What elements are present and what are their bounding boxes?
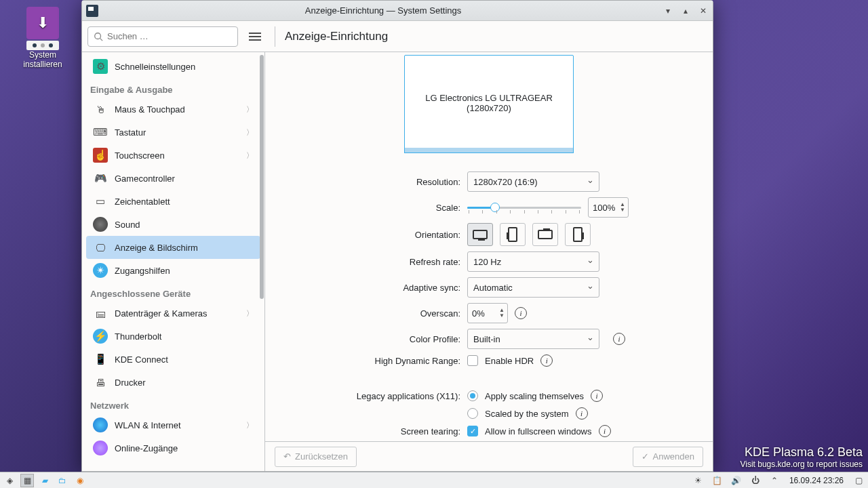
close-button[interactable]: ✕ (698, 5, 709, 16)
sidebar-item-display[interactable]: 🖵 Anzeige & Bildschirm (86, 236, 260, 259)
info-icon[interactable]: i (576, 407, 588, 420)
sidebar-item-disks[interactable]: 🖴 Datenträger & Kameras 〉 (86, 302, 260, 325)
search-input-wrap[interactable] (87, 26, 238, 47)
page-title: Anzeige-Einrichtung (285, 30, 388, 43)
sidebar-item-online[interactable]: Online-Zugänge (86, 436, 260, 460)
colorprofile-select[interactable]: Built-in (467, 329, 599, 349)
plasma-version-subtitle: Visit bugs.kde.org to report issues (740, 460, 863, 469)
sidebar-item-mouse[interactable]: 🖱 Maus & Touchpad 〉 (86, 98, 260, 121)
svg-line-1 (100, 38, 103, 41)
install-icon: ⬇ (26, 7, 59, 39)
scale-label: Scale: (279, 203, 460, 213)
hdr-check-label: Enable HDR (485, 356, 534, 366)
chevron-right-icon: 〉 (246, 150, 254, 161)
refresh-select[interactable]: 120 Hz (467, 251, 599, 272)
clock[interactable]: 16.09.24 23:26 (785, 476, 848, 485)
info-icon[interactable]: i (515, 307, 527, 319)
desktop-icon-install[interactable]: ⬇ System installieren (19, 7, 66, 69)
taskmgr-settings-icon[interactable]: ▦ (20, 474, 34, 487)
mouse-icon: 🖱 (93, 102, 108, 117)
colorprofile-label: Color Profile: (279, 334, 460, 344)
taskmgr-dolphin-icon[interactable]: ▰ (38, 474, 52, 487)
taskmgr-files-icon[interactable]: 🗀 (56, 474, 69, 487)
chevron-right-icon: 〉 (246, 127, 254, 138)
info-icon[interactable]: i (599, 425, 611, 437)
adaptive-select[interactable]: Automatic (467, 277, 599, 298)
check-icon: ✓ (642, 451, 649, 462)
refresh-label: Refresh rate: (279, 257, 460, 267)
legacy-label: Legacy applications (X11): (279, 391, 460, 401)
sidebar-item-touchscreen[interactable]: ☝ Touchscreen 〉 (86, 144, 260, 167)
orientation-landscape[interactable] (467, 223, 493, 246)
printer-icon: 🖶 (93, 375, 108, 390)
install-icon-bar (26, 41, 59, 50)
reset-button[interactable]: ↶Zurücksetzen (275, 447, 357, 467)
sidebar[interactable]: ⚙ Schnelleinstellungen Eingabe & Ausgabe… (82, 52, 265, 471)
info-icon[interactable]: i (591, 390, 603, 402)
desktop-icon-label2: installieren (23, 60, 62, 69)
sidebar-scrollbar[interactable] (260, 55, 264, 299)
adaptive-label: Adaptive sync: (279, 283, 460, 293)
resolution-select[interactable]: 868x488 (16:9) (467, 171, 599, 192)
hdr-checkbox[interactable] (467, 355, 478, 366)
sidebar-item-keyboard[interactable]: ⌨ Tastatur 〉 (86, 121, 260, 144)
system-tray[interactable]: ☀ 📋 🔊 ⏻ ⌃ (692, 474, 781, 487)
titlebar[interactable]: Anzeige-Einrichtung — System Settings ▾ … (82, 1, 713, 21)
orientation-portrait-left[interactable] (500, 223, 526, 246)
gamepad-icon: 🎮 (93, 171, 108, 186)
legacy-radio-self[interactable] (467, 390, 478, 401)
tray-chevron-icon[interactable]: ⌃ (768, 474, 781, 487)
hdr-label: High Dynamic Range: (279, 356, 460, 366)
taskbar[interactable]: ◈ ▦ ▰ 🗀 ◉ ☀ 📋 🔊 ⏻ ⌃ 16.09.24 23:26 ▢ (0, 472, 868, 488)
plasma-version-overlay: KDE Plasma 6.2 Beta Visit bugs.kde.org t… (740, 445, 863, 469)
toolbar: Anzeige-Einrichtung (82, 21, 713, 52)
content-pane: LG Electronics LG ULTRAGEAR (868x488) R… (265, 52, 713, 471)
scale-spinbox[interactable]: 100%▲▼ (588, 197, 629, 218)
brightness-icon[interactable]: ☀ (692, 474, 705, 487)
show-desktop-icon[interactable]: ▢ (852, 474, 865, 487)
volume-icon[interactable]: 🔊 (730, 474, 743, 487)
info-icon[interactable]: i (613, 333, 625, 345)
scale-slider[interactable] (467, 201, 581, 214)
keyboard-icon: ⌨ (93, 125, 108, 140)
menu-button[interactable] (245, 26, 265, 47)
sidebar-item-quicksettings[interactable]: ⚙ Schnelleinstellungen (86, 55, 260, 78)
network-tray-icon[interactable]: ⏻ (749, 474, 762, 487)
sidebar-item-printer[interactable]: 🖶 Drucker (86, 371, 260, 394)
sliders-icon: ⚙ (93, 59, 108, 74)
appmenu-icon[interactable]: ◈ (3, 474, 16, 487)
sidebar-item-sound[interactable]: Sound (86, 213, 260, 236)
search-input[interactable] (107, 31, 232, 41)
sidebar-item-accessibility[interactable]: ✴ Zugangshilfen (86, 259, 260, 282)
thunderbolt-icon: ⚡ (93, 329, 108, 344)
sidebar-item-thunderbolt[interactable]: ⚡ Thunderbolt (86, 325, 260, 348)
overscan-spinbox[interactable]: 0%▲▼ (467, 303, 508, 323)
resolution-label: Resolution: (279, 177, 460, 187)
clipboard-icon[interactable]: 📋 (711, 474, 724, 487)
sidebar-item-wifi[interactable]: WLAN & Internet 〉 (86, 413, 260, 436)
sound-icon (93, 217, 108, 232)
legacy-radio-system[interactable] (467, 408, 478, 419)
taskmgr-firefox-icon[interactable]: ◉ (73, 474, 87, 487)
sidebar-item-tablet[interactable]: ▭ Zeichentablett (86, 190, 260, 213)
orientation-landscape-flipped[interactable] (532, 223, 558, 246)
monitor-preview[interactable]: LG Electronics LG ULTRAGEAR (868x488) (404, 55, 574, 151)
orientation-label: Orientation: (279, 230, 460, 240)
sidebar-item-gamecontroller[interactable]: 🎮 Gamecontroller (86, 167, 260, 190)
accounts-icon (93, 441, 108, 455)
settings-window: Anzeige-Einrichtung — System Settings ▾ … (81, 0, 713, 472)
desktop-icon-label: System (29, 50, 56, 60)
maximize-button[interactable]: ▴ (680, 5, 691, 16)
tearing-checkbox[interactable]: ✓ (467, 426, 478, 436)
tearing-label: Screen tearing: (279, 426, 460, 436)
svg-point-0 (95, 33, 101, 39)
monitor-preview-base (404, 148, 574, 153)
orientation-portrait-right[interactable] (565, 223, 591, 246)
phone-icon: 📱 (93, 352, 108, 367)
tablet-icon: ▭ (93, 194, 108, 209)
info-icon[interactable]: i (540, 354, 553, 367)
minimize-button[interactable]: ▾ (663, 5, 673, 16)
globe-icon (93, 418, 108, 432)
sidebar-item-kdeconnect[interactable]: 📱 KDE Connect (86, 348, 260, 371)
apply-button[interactable]: ✓Anwenden (633, 447, 703, 467)
